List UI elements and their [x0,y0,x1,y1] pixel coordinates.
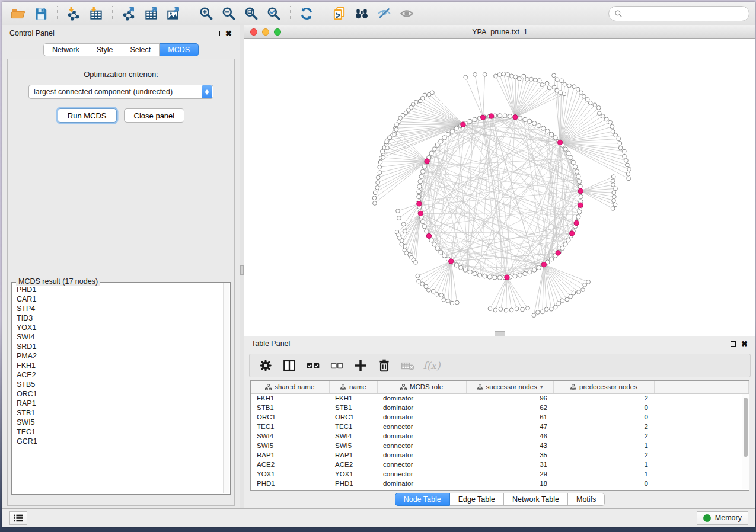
network-node[interactable] [503,114,507,118]
network-node[interactable] [473,271,477,275]
mcds-result-list[interactable]: PHD1CAR1STP4TID3YOX1SWI4SRD1PMA2FKH1ACE2… [12,283,223,493]
tab-edge-table[interactable]: Edge Table [450,493,504,506]
leaf-node[interactable] [560,299,564,303]
tab-network[interactable]: Network [43,43,88,56]
leaf-node[interactable] [373,201,377,206]
network-node[interactable] [563,147,567,151]
open-file-icon[interactable] [8,4,28,23]
network-node[interactable] [454,263,458,267]
zoom-fit-icon[interactable] [241,4,261,23]
tab-style[interactable]: Style [88,43,122,56]
mcds-node[interactable] [425,159,429,164]
leaf-node[interactable] [526,306,530,310]
leaf-node[interactable] [623,154,627,158]
network-node[interactable] [523,117,527,121]
table-cell[interactable]: 96 [466,393,553,403]
mcds-result-item[interactable]: STB1 [17,408,223,418]
leaf-node[interactable] [537,79,541,83]
leaf-node[interactable] [375,185,379,190]
refresh-layout-icon[interactable] [296,4,317,23]
leaf-node[interactable] [497,73,502,77]
leaf-node[interactable] [398,116,403,120]
leaf-node[interactable] [509,74,513,78]
network-node[interactable] [417,190,421,194]
mcds-node[interactable] [578,188,583,193]
table-cell[interactable]: 1 [553,441,654,450]
network-node[interactable] [563,242,567,246]
network-node[interactable] [508,114,512,118]
network-node[interactable] [576,174,580,178]
leaf-node[interactable] [493,308,497,312]
leaf-node[interactable] [612,198,616,203]
table-row[interactable]: ACE2ACE2connector311 [251,460,749,469]
leaf-node[interactable] [593,103,597,107]
leaf-node[interactable] [612,191,616,195]
mcds-node[interactable] [426,233,431,238]
export-network-icon[interactable] [119,4,139,23]
leaf-node[interactable] [549,307,553,311]
column-header-MCDS-role[interactable]: MCDS role [377,381,466,393]
network-node[interactable] [532,268,537,272]
delete-table-icon[interactable] [400,358,416,373]
table-cell[interactable]: 2 [553,450,654,460]
network-node[interactable] [442,136,446,140]
network-node[interactable] [528,119,532,123]
leaf-node[interactable] [522,74,526,78]
import-network-icon[interactable] [63,4,84,23]
leaf-node[interactable] [378,160,382,164]
mcds-result-item[interactable]: STB5 [17,380,223,389]
leaf-node[interactable] [515,307,519,311]
leaf-node[interactable] [581,288,585,292]
tab-mcds[interactable]: MCDS [160,43,199,56]
network-node[interactable] [578,180,582,184]
leaf-node[interactable] [393,132,397,136]
mcds-result-item[interactable]: TID3 [17,313,223,323]
mcds-node[interactable] [461,122,465,127]
network-node[interactable] [532,121,537,126]
tab-node-table[interactable]: Node Table [395,493,450,506]
leaf-node[interactable] [611,175,615,179]
table-cell[interactable]: 2 [553,393,654,403]
leaf-node[interactable] [611,182,615,187]
network-node[interactable] [477,273,481,277]
leaf-node[interactable] [576,87,580,91]
table-cell[interactable]: SWI5 [251,441,329,450]
mcds-result-item[interactable]: SRD1 [17,342,223,351]
table-cell[interactable]: dominator [377,431,466,441]
leaf-node[interactable] [416,274,420,278]
table-cell[interactable]: 47 [466,422,553,431]
column-header-name[interactable]: name [329,381,377,393]
network-node[interactable] [537,265,541,270]
network-node[interactable] [432,147,436,151]
leaf-node[interactable] [597,111,601,116]
leaf-node[interactable] [552,85,556,89]
leaf-node[interactable] [427,92,431,97]
table-cell[interactable]: dominator [377,450,466,460]
table-cell[interactable]: STB1 [329,403,377,412]
table-cell[interactable]: ACE2 [251,460,329,469]
table-cell[interactable]: connector [377,441,466,450]
network-node[interactable] [518,116,522,120]
leaf-node[interactable] [544,307,548,312]
leaf-node[interactable] [420,282,425,286]
table-cell[interactable]: dominator [377,393,466,403]
leaf-node[interactable] [533,78,537,82]
leaf-node[interactable] [450,301,454,305]
network-node[interactable] [497,275,502,280]
leaf-node[interactable] [569,294,573,299]
network-node[interactable] [513,274,517,278]
leaf-node[interactable] [509,308,513,312]
leaf-node[interactable] [521,307,525,312]
leaf-node[interactable] [446,299,450,303]
table-cell[interactable]: 1 [553,469,654,479]
network-node[interactable] [573,165,577,169]
function-builder-icon[interactable]: f(x) [424,358,439,373]
leaf-node[interactable] [610,124,614,129]
table-cell[interactable]: RAP1 [329,450,377,460]
leaf-node[interactable] [618,141,622,145]
leaf-node[interactable] [502,72,506,76]
leaf-node[interactable] [572,85,576,89]
mcds-node[interactable] [480,115,485,120]
memory-button[interactable]: Memory [697,511,748,525]
leaf-node[interactable] [473,72,477,76]
